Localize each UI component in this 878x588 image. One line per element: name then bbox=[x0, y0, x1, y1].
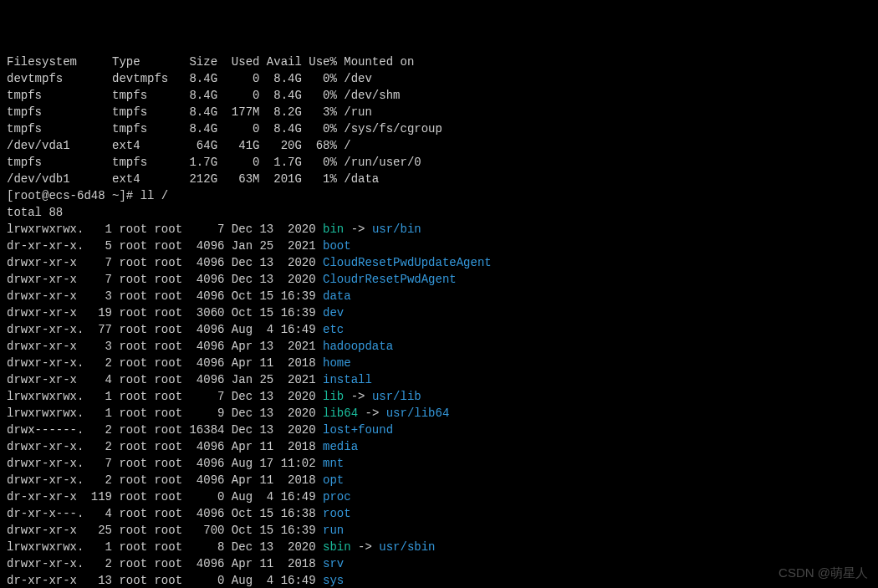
file-name: opt bbox=[323, 473, 344, 487]
file-name: media bbox=[323, 440, 358, 453]
link-target: usr/lib bbox=[372, 390, 421, 403]
terminal-output[interactable]: Filesystem Type Size Used Avail Use% Mou… bbox=[7, 54, 871, 588]
file-name: bin bbox=[323, 222, 344, 236]
file-name: CloudResetPwdUpdateAgent bbox=[323, 256, 492, 269]
link-target: usr/lib64 bbox=[386, 406, 450, 420]
file-name: srv bbox=[323, 557, 344, 570]
file-name: mnt bbox=[323, 457, 344, 470]
file-name: lib bbox=[323, 390, 344, 403]
file-name: boot bbox=[323, 239, 351, 253]
file-name: etc bbox=[323, 323, 344, 336]
file-name: dev bbox=[323, 306, 344, 320]
file-name: install bbox=[323, 373, 372, 386]
watermark: CSDN @萌星人 bbox=[778, 565, 868, 581]
file-name: hadoopdata bbox=[323, 340, 393, 353]
file-name: root bbox=[323, 507, 351, 520]
file-name: proc bbox=[323, 490, 351, 504]
file-name: data bbox=[323, 289, 351, 303]
link-target: usr/bin bbox=[372, 222, 421, 236]
file-name: lib64 bbox=[323, 406, 358, 420]
file-name: CloudrResetPwdAgent bbox=[323, 273, 457, 286]
link-target: usr/sbin bbox=[379, 540, 435, 554]
file-name: home bbox=[323, 356, 351, 370]
file-name: sbin bbox=[323, 540, 351, 554]
file-name: lost+found bbox=[323, 423, 393, 437]
file-name: run bbox=[323, 524, 344, 537]
file-name: sys bbox=[323, 574, 344, 587]
